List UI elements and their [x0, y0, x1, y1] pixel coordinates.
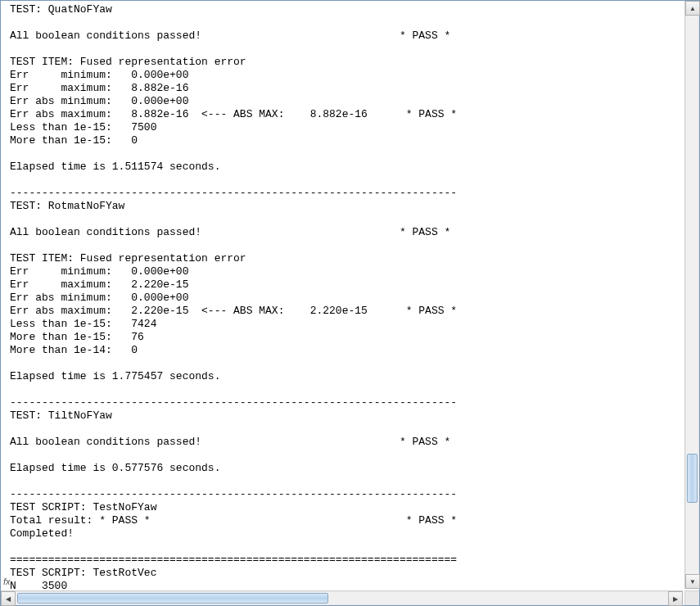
horizontal-scroll-track[interactable]: [16, 592, 668, 604]
vertical-scroll-track[interactable]: [686, 16, 698, 574]
horizontal-scroll-thumb[interactable]: [17, 593, 328, 604]
console-content-pane: TEST: QuatNoFYaw All boolean conditions …: [2, 2, 683, 589]
vertical-scroll-thumb[interactable]: [687, 454, 698, 503]
scroll-right-button[interactable]: ▶: [668, 591, 683, 606]
console-output: TEST: QuatNoFYaw All boolean conditions …: [2, 2, 683, 589]
command-window-frame: TEST: QuatNoFYaw All boolean conditions …: [0, 0, 700, 606]
scrollbar-corner: [684, 590, 699, 605]
horizontal-scrollbar[interactable]: ◀ ▶: [1, 590, 683, 605]
scroll-up-button[interactable]: ▲: [685, 1, 700, 16]
scroll-down-button[interactable]: ▼: [685, 574, 700, 589]
scroll-left-button[interactable]: ◀: [1, 591, 16, 606]
fx-label: fx: [3, 574, 11, 589]
vertical-scrollbar[interactable]: ▲ ▼: [684, 1, 699, 589]
